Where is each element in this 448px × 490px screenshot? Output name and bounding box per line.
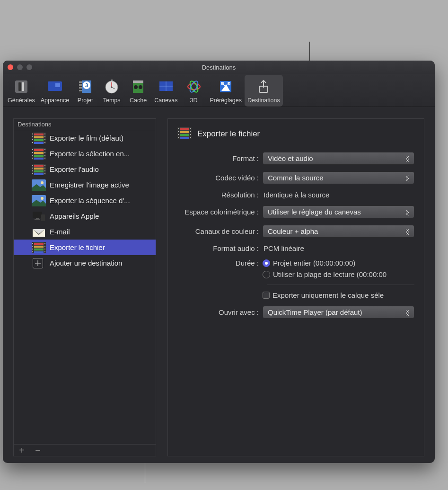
svg-rect-36 (34, 142, 44, 144)
select-open-with[interactable]: QuickTime Player (par défaut) (263, 306, 414, 319)
tab-label: 3D (190, 97, 198, 104)
sidebar-footer: + − (14, 444, 156, 456)
tab-cache[interactable]: Cache (125, 75, 151, 107)
tab-appearance[interactable]: Apparence (38, 75, 72, 107)
destination-export-sequence[interactable]: Exporter la séquence d'... (14, 193, 156, 208)
svg-rect-80 (41, 214, 45, 221)
svg-rect-103 (180, 134, 189, 136)
svg-rect-19 (133, 80, 143, 83)
destination-apple-devices[interactable]: Appareils Apple (14, 208, 156, 224)
svg-rect-63 (34, 170, 44, 172)
svg-rect-1 (18, 82, 21, 91)
svg-point-76 (41, 197, 44, 200)
destination-label: Exporter la séquence d'... (32, 196, 130, 205)
general-icon (12, 78, 30, 96)
minimize-window-button[interactable] (17, 64, 23, 70)
tab-project[interactable]: 3 Projet (72, 75, 98, 107)
share-icon (255, 78, 272, 96)
svg-rect-43 (44, 139, 45, 140)
destination-label: Exporter la sélection en... (32, 150, 130, 158)
value-resolution: Identique à la source (263, 191, 329, 199)
canvas-icon (157, 78, 175, 96)
add-destination-button[interactable]: + (18, 446, 26, 454)
select-channels[interactable]: Couleur + alpha (263, 225, 414, 238)
svg-rect-90 (32, 246, 33, 247)
row-channels: Canaux de couleur : Couleur + alpha (168, 222, 424, 241)
destination-export-movie[interactable]: Exporter le film (défaut) (14, 130, 156, 146)
svg-rect-78 (36, 218, 39, 219)
svg-rect-9 (79, 87, 82, 89)
film-icon (32, 164, 46, 175)
select-value: Couleur + alpha (268, 227, 318, 235)
destination-export-audio[interactable]: Exporter l'audio (14, 161, 156, 177)
row-colorspace: Espace colorimétrique : Utiliser le régl… (168, 202, 424, 222)
zoom-window-button[interactable] (26, 64, 32, 70)
svg-rect-95 (44, 249, 45, 249)
svg-rect-38 (32, 136, 33, 137)
tab-general[interactable]: Générales (5, 75, 38, 107)
detail-header: Exporter le fichier (168, 125, 424, 149)
svg-rect-41 (44, 134, 45, 134)
svg-rect-77 (33, 212, 42, 218)
tab-time[interactable]: Temps (98, 75, 125, 107)
svg-point-20 (134, 85, 138, 89)
destination-save-frame[interactable]: Enregistrer l'image active (14, 177, 156, 193)
svg-rect-92 (32, 251, 33, 252)
svg-rect-14 (111, 80, 113, 81)
remove-destination-button[interactable]: − (34, 446, 42, 454)
tab-canvas[interactable]: Canevas (151, 75, 180, 107)
svg-rect-71 (44, 170, 45, 171)
svg-rect-53 (32, 155, 33, 156)
preferences-window: Destinations Générales Apparence 3 Proje… (3, 61, 435, 463)
checkbox-export-selected-layer[interactable] (263, 292, 270, 299)
checkbox-label: Exporter uniquement le calque séle (272, 291, 384, 299)
tab-destinations[interactable]: Destinations (245, 75, 283, 107)
select-format[interactable]: Vidéo et audio (263, 152, 414, 165)
radio-play-range[interactable] (263, 271, 270, 278)
svg-rect-69 (44, 165, 45, 166)
envelope-icon (32, 226, 46, 238)
row-codec: Codec vidéo : Comme la source (168, 168, 424, 187)
tab-label: Destinations (247, 97, 280, 104)
devices-icon (32, 211, 46, 222)
destinations-list: Exporter le film (défaut) Exporter la sé… (14, 130, 156, 444)
select-codec[interactable]: Comme la source (263, 171, 414, 184)
row-layer-only: Exporter uniquement le calque séle (168, 288, 424, 303)
3d-icon (185, 78, 203, 96)
film-icon (177, 127, 192, 140)
select-colorspace[interactable]: Utiliser le réglage du canevas (263, 205, 414, 218)
tab-presets[interactable]: Préréglages (207, 75, 245, 107)
titlebar: Destinations (3, 61, 435, 74)
label-channels: Canaux de couleur : (168, 227, 263, 235)
radio-whole-project[interactable] (263, 259, 270, 267)
row-resolution: Résolution : Identique à la source (168, 187, 424, 202)
select-value: Utiliser le réglage du canevas (268, 208, 361, 216)
svg-rect-0 (15, 80, 27, 93)
time-icon (103, 78, 121, 96)
select-value: Vidéo et audio (268, 154, 313, 162)
film-icon (32, 242, 46, 253)
svg-rect-42 (44, 136, 45, 137)
close-window-button[interactable] (8, 64, 13, 70)
tab-3d[interactable]: 3D (181, 75, 207, 107)
tab-label: Projet (78, 97, 93, 104)
svg-text:3: 3 (85, 82, 88, 88)
sidebar-header: Destinations (14, 119, 156, 130)
svg-point-74 (41, 181, 44, 184)
tab-label: Canevas (154, 97, 177, 104)
svg-rect-89 (32, 243, 33, 244)
destination-export-file[interactable]: Exporter le fichier (14, 240, 156, 255)
tab-label: Cache (130, 97, 147, 104)
svg-rect-85 (34, 243, 44, 245)
svg-rect-39 (32, 139, 33, 140)
svg-rect-64 (34, 173, 44, 175)
svg-rect-67 (32, 170, 33, 171)
window-title: Destinations (3, 64, 435, 71)
divider (267, 285, 414, 285)
destination-export-selection[interactable]: Exporter la sélection en... (14, 146, 156, 161)
destination-add-new[interactable]: Ajouter une destination (14, 255, 156, 271)
row-duration-opt2: Utiliser la plage de lecture (00:00:00 (168, 270, 424, 282)
destination-email[interactable]: E-mail (14, 224, 156, 240)
svg-rect-86 (34, 246, 44, 248)
destination-detail-panel: Exporter le fichier Format : Vidéo et au… (167, 118, 424, 456)
